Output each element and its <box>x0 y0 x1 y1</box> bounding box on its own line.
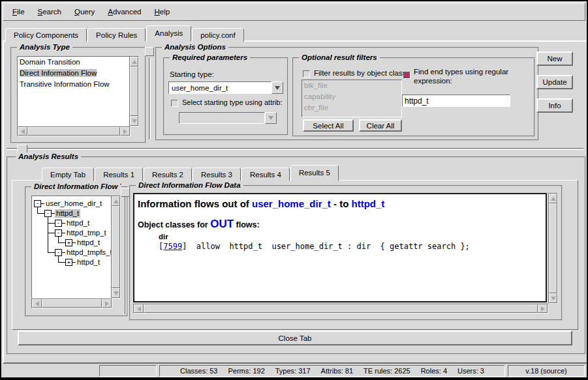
filter-object-class-label[interactable]: Filter results by object class: <box>314 69 408 77</box>
main-tab-bar: Policy Components Policy Rules Analysis … <box>5 25 245 42</box>
regex-input[interactable] <box>402 95 510 107</box>
tab-results-1[interactable]: Results 1 <box>95 168 143 181</box>
regex-checkbox-label[interactable]: Find end types using regular expression: <box>414 67 526 85</box>
pane-sash-vertical[interactable] <box>125 197 127 314</box>
tree-node-label[interactable]: httpd_t <box>76 258 101 267</box>
tree-expander-icon[interactable]: + <box>65 239 72 246</box>
tree-expander-icon[interactable]: - <box>44 210 52 217</box>
rule-number-link[interactable]: 7599 <box>163 242 182 251</box>
scroll-down-icon[interactable] <box>112 288 120 298</box>
tab-empty[interactable]: Empty Tab <box>42 168 94 181</box>
tab-results-3[interactable]: Results 3 <box>193 168 241 181</box>
regex-checkbox[interactable] <box>403 72 410 79</box>
menu-help[interactable]: Help <box>147 6 176 18</box>
scroll-down-icon[interactable] <box>130 116 138 126</box>
scroll-left-icon[interactable] <box>32 299 42 308</box>
tree-node-label[interactable]: httpd_t <box>76 239 101 247</box>
tree-node: -httpd_tmpfs_t <box>55 248 112 257</box>
tree-hscrollbar[interactable] <box>31 299 112 308</box>
analysis-type-vscrollbar[interactable] <box>129 56 139 126</box>
pane-sash-vertical[interactable] <box>149 57 151 139</box>
menu-query[interactable]: Query <box>68 6 101 18</box>
scroll-up-icon[interactable] <box>130 57 138 66</box>
analysis-type-hscrollbar[interactable] <box>17 126 131 136</box>
flow-data-vscrollbar[interactable] <box>548 193 558 304</box>
menu-advanced[interactable]: Advanced <box>101 6 147 18</box>
menu-search[interactable]: Search <box>31 6 68 18</box>
tree-expander-icon[interactable]: - <box>55 220 62 227</box>
scrollbar-thumb[interactable] <box>42 299 102 308</box>
tab-policy-rules[interactable]: Policy Rules <box>87 28 146 42</box>
starting-type-value: user_home_dir_t <box>172 84 228 92</box>
sash-handle[interactable] <box>145 47 154 56</box>
tree-expander-icon[interactable]: - <box>34 200 41 207</box>
attrib-checkbox-label[interactable]: Select starting type using attrib: <box>182 98 285 106</box>
required-parameters-frame: Required parameters <box>163 57 288 136</box>
list-item[interactable]: Domain Transition <box>18 57 130 68</box>
tree-node-label[interactable]: user_home_dir_t <box>44 199 103 208</box>
tree-node-label[interactable]: httpd_tmp_t <box>65 229 108 237</box>
tab-policy-components[interactable]: Policy Components <box>5 28 87 42</box>
stat-classes: Classes: 53 <box>180 367 217 375</box>
tree-node-label[interactable]: httpd_tmpfs_t <box>65 248 112 257</box>
scroll-right-icon[interactable] <box>538 304 548 313</box>
tab-analysis[interactable]: Analysis <box>146 25 191 42</box>
flow-data-hscrollbar[interactable] <box>133 304 548 314</box>
scrollbar-thumb[interactable] <box>549 203 557 293</box>
sash-handle[interactable] <box>121 188 130 197</box>
tree-expander-icon[interactable]: - <box>55 249 62 256</box>
list-item: blk_file <box>302 80 401 91</box>
starting-type-combobox[interactable]: user_home_dir_t <box>168 81 271 94</box>
tab-results-2[interactable]: Results 2 <box>144 168 192 181</box>
stat-roles: Roles: 4 <box>421 367 447 375</box>
tree-node: -user_home_dir_t <box>34 199 103 209</box>
scroll-up-icon[interactable] <box>549 194 557 203</box>
flow-tree: -user_home_dir_t -httpd_t -httpd_t -http… <box>31 196 112 299</box>
pane-sash-horizontal[interactable] <box>7 148 583 150</box>
scrollbar-thumb[interactable] <box>112 206 120 288</box>
scroll-up-icon[interactable] <box>112 196 120 206</box>
scroll-left-icon[interactable] <box>134 304 144 313</box>
stat-te-rules: TE rules: 2625 <box>364 367 410 375</box>
policy-version-label: v.18 (source) <box>525 367 566 375</box>
close-tab-button[interactable]: Close Tab <box>18 330 572 345</box>
scroll-left-icon[interactable] <box>18 127 27 136</box>
tree-node-label[interactable]: httpd_t <box>65 219 91 227</box>
tree-expander-icon[interactable]: + <box>65 259 72 266</box>
new-button[interactable]: New <box>536 51 573 66</box>
attrib-checkbox[interactable] <box>171 100 178 107</box>
analysis-type-title: Analysis Type <box>17 43 72 51</box>
menu-file[interactable]: File <box>6 6 31 18</box>
attrib-combobox[interactable] <box>179 112 265 124</box>
stat-attribs: Attribs: 81 <box>321 367 354 375</box>
flow-data-textarea: Information flows out of user_home_dir_t… <box>133 193 547 302</box>
tab-policy-conf[interactable]: policy.conf <box>192 28 243 42</box>
tree-node: -httpd_tmp_t <box>55 228 108 238</box>
clear-all-button[interactable]: Clear All <box>359 119 402 132</box>
scrollbar-thumb[interactable] <box>27 127 120 136</box>
analysis-type-listbox: Domain Transition Direct Information Flo… <box>17 56 131 126</box>
scroll-right-icon[interactable] <box>120 127 130 136</box>
tree-node: +httpd_t <box>65 257 101 267</box>
tree-node-label[interactable]: httpd_t <box>55 209 80 218</box>
list-item[interactable]: Direct Information Flow <box>18 68 130 79</box>
tab-results-5[interactable]: Results 5 <box>290 165 339 181</box>
scrollbar-thumb[interactable] <box>130 66 138 116</box>
apol-window: File Search Query Advanced Help Policy C… <box>0 0 588 380</box>
required-parameters-title: Required parameters <box>170 53 250 61</box>
info-button[interactable]: Info <box>536 98 573 113</box>
list-item[interactable]: Transitive Information Flow <box>18 79 130 90</box>
tab-results-4[interactable]: Results 4 <box>241 168 290 181</box>
tree-node: -httpd_t <box>44 209 80 218</box>
tree-node: +httpd_t <box>65 238 101 248</box>
update-button[interactable]: Update <box>536 75 573 89</box>
tree-vscrollbar[interactable] <box>111 196 121 299</box>
select-all-button[interactable]: Select All <box>303 119 354 132</box>
stat-perms: Perms: 192 <box>228 367 265 375</box>
scroll-down-icon[interactable] <box>549 293 557 303</box>
filter-object-class-checkbox[interactable] <box>303 70 310 78</box>
scroll-right-icon[interactable] <box>102 299 112 308</box>
scrollbar-thumb[interactable] <box>144 304 538 313</box>
dropdown-arrow-icon[interactable] <box>271 81 283 94</box>
tree-expander-icon[interactable]: - <box>55 229 62 237</box>
